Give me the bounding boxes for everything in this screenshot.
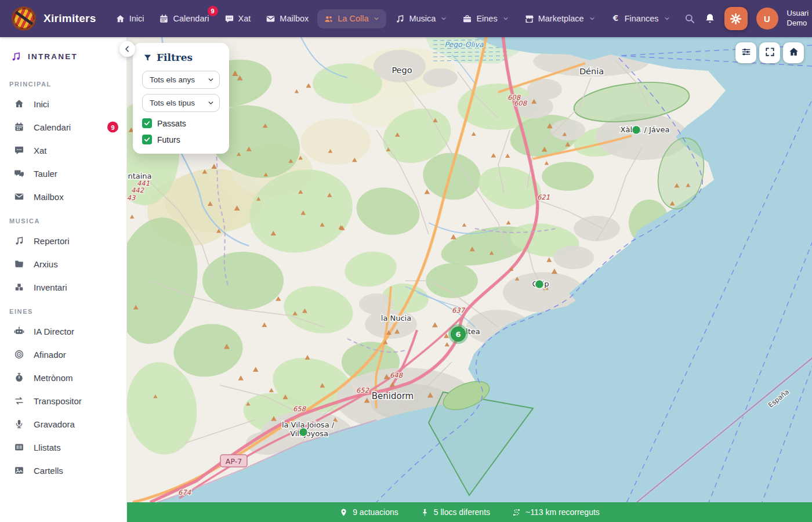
sidebar-item-transpositor[interactable]: Transpositor: [0, 389, 126, 412]
road-ref-label: 43: [127, 194, 136, 202]
svg-text:€: €: [612, 14, 618, 23]
event-marker[interactable]: [535, 280, 544, 289]
sidebar-item-mailbox[interactable]: Mailbox: [0, 185, 126, 208]
map-label-benidorm: Benidorm: [372, 391, 414, 401]
road-ref-label: 621: [537, 193, 550, 201]
checkbox-label: Passats: [157, 119, 186, 128]
calendar-icon: [159, 14, 169, 24]
home-icon: [115, 14, 125, 24]
chevron-down-icon: [373, 15, 380, 22]
road-ref-label: 608: [514, 99, 528, 107]
event-marker[interactable]: [299, 428, 308, 437]
sliders-icon: [741, 46, 752, 60]
sidebar-item-inventari[interactable]: Inventari: [0, 276, 126, 299]
sidebar-item-cartells[interactable]: Cartells: [0, 459, 126, 482]
home-view-button[interactable]: [783, 42, 804, 63]
checkbox-label: Futurs: [157, 135, 180, 144]
nav-item-marketplace[interactable]: Marketplace: [518, 9, 602, 28]
list-icon: [14, 442, 24, 452]
filter-year-select-wrap: Tots els anys: [142, 71, 220, 89]
nav-item-la-colla[interactable]: La Colla: [317, 9, 386, 28]
chat-icon: [14, 145, 24, 155]
sidebar-section-header: EINES: [0, 299, 126, 320]
checkbox-checked[interactable]: [142, 118, 152, 128]
stat-pushpin: 5 llocs diferents: [420, 507, 490, 517]
nav-item-xat[interactable]: Xat: [218, 9, 258, 28]
sidebar-item-gravadora[interactable]: Gravadora: [0, 412, 126, 436]
filter-type-select[interactable]: Tots els tipus: [142, 94, 220, 112]
settings-button[interactable]: [724, 7, 748, 30]
user-avatar[interactable]: U: [756, 8, 778, 30]
calendar-icon: [14, 122, 24, 132]
road-ref-label: 652: [356, 386, 369, 394]
app-logo[interactable]: [12, 6, 36, 31]
nav-item-eines[interactable]: Eines: [456, 9, 515, 28]
sidebar-item-label: Calendari: [34, 122, 71, 132]
stat-pin: 9 actuacions: [339, 507, 398, 517]
sidebar-item-label: Afinador: [34, 350, 66, 360]
sidebar-item-llistats[interactable]: Llistats: [0, 436, 126, 459]
notifications-icon[interactable]: [704, 13, 716, 24]
sidebar-item-calendari[interactable]: Calendari9: [0, 115, 126, 139]
road-ref-label: 442: [131, 186, 144, 194]
cluster-count: 6: [455, 330, 461, 339]
nav-item-label: Calendari: [173, 14, 209, 23]
road-ref-label: 648: [390, 371, 404, 379]
brand-name: Xirimiters: [44, 12, 96, 25]
filters-panel: Filtres Tots els anysTots els tipus Pass…: [133, 43, 229, 154]
nav-item-label: Mailbox: [280, 14, 309, 23]
road-ref-label: 637: [452, 306, 466, 314]
sidebar-title: INTRANET: [0, 44, 126, 71]
robot-icon: [14, 326, 24, 336]
sidebar-item-ia-director[interactable]: IA Director: [0, 320, 126, 343]
filter-checkbox-passats[interactable]: Passats: [142, 118, 220, 128]
sidebar-item-label: Llistats: [34, 443, 61, 452]
cluster-marker[interactable]: 6: [448, 324, 468, 344]
sidebar-item-tauler[interactable]: Tauler: [0, 162, 126, 185]
route-icon: [512, 508, 521, 517]
filter-year-select[interactable]: Tots els anys: [142, 71, 220, 89]
chat-icon: [224, 14, 234, 24]
svg-text:AP-7: AP-7: [226, 457, 242, 466]
boxes-icon: [14, 282, 24, 292]
tour-stats-bar: 9 actuacions5 llocs diferents~113 km rec…: [127, 502, 812, 522]
sidebar-item-label: IA Director: [34, 327, 74, 336]
road-ref-label: 674: [178, 488, 191, 496]
sidebar-item-label: Tauler: [34, 169, 57, 179]
home-icon: [14, 99, 24, 109]
nav-item-finances[interactable]: €Finances: [604, 9, 677, 28]
sidebar-item-label: Inici: [34, 99, 49, 109]
primary-nav: IniciCalendari9XatMailboxLa CollaMusicaE…: [109, 9, 677, 28]
nav-item-label: Marketplace: [538, 14, 584, 23]
funnel-icon: [143, 53, 152, 62]
sidebar-section-header: MUSICA: [0, 208, 126, 229]
nav-item-mailbox[interactable]: Mailbox: [259, 9, 315, 28]
sidebar-item-metrònom[interactable]: Metrònom: [0, 366, 126, 389]
sidebar-item-label: Cartells: [34, 466, 63, 476]
sidebar-item-arxius[interactable]: Arxius: [0, 252, 126, 276]
map-canvas[interactable]: EspañaPego-OlivaPegoDéniaXàbia / JáveaCa…: [127, 37, 812, 502]
nav-item-calendari[interactable]: Calendari9: [153, 9, 215, 28]
sidebar-item-label: Metrònom: [34, 373, 73, 383]
nav-item-label: Xat: [238, 14, 251, 23]
sidebar-item-afinador[interactable]: Afinador: [0, 343, 126, 366]
nav-item-label: Musica: [409, 14, 436, 23]
sidebar-item-repertori[interactable]: Repertori: [0, 229, 126, 252]
image-icon: [14, 465, 24, 476]
stat-route: ~113 km recorreguts: [512, 507, 600, 517]
nav-item-musica[interactable]: Musica: [389, 9, 454, 28]
sidebar-item-xat[interactable]: Xat: [0, 139, 126, 162]
fullscreen-button[interactable]: [759, 42, 780, 63]
euro-icon: €: [611, 14, 621, 24]
sidebar-item-label: Gravadora: [34, 419, 75, 429]
layers-filter-button[interactable]: [735, 42, 756, 63]
event-marker[interactable]: [632, 126, 641, 135]
filter-checkbox-futurs[interactable]: Futurs: [142, 135, 220, 144]
chevron-down-icon: [440, 15, 447, 22]
search-icon[interactable]: [684, 13, 695, 24]
sidebar-collapse-button[interactable]: [119, 41, 135, 57]
checkbox-checked[interactable]: [142, 135, 152, 144]
nav-item-inici[interactable]: Inici: [109, 9, 151, 28]
sidebar-item-inici[interactable]: Inici: [0, 92, 126, 115]
stat-label: 5 llocs diferents: [434, 507, 490, 517]
